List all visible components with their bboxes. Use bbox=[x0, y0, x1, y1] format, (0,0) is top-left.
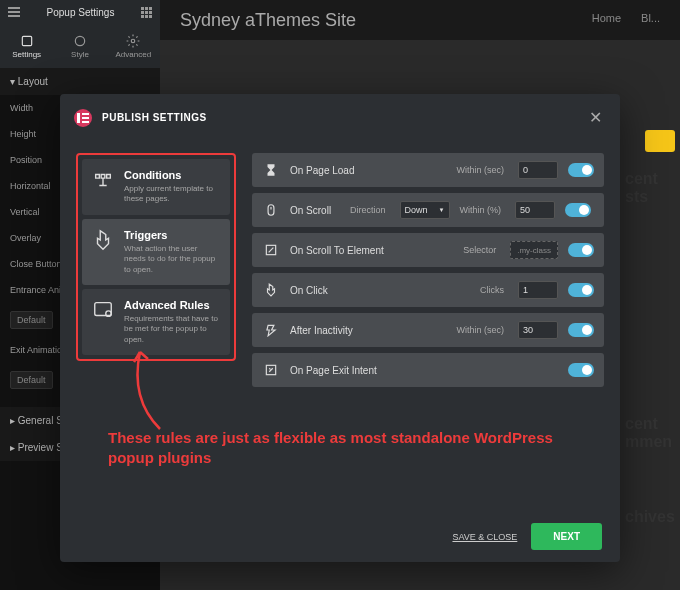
param-label: Within (%) bbox=[460, 205, 502, 215]
svg-point-1 bbox=[75, 36, 84, 45]
annotation-text: These rules are just as flexible as most… bbox=[108, 428, 558, 469]
card-conditions[interactable]: Conditions Apply current template to the… bbox=[82, 159, 230, 215]
page-load-seconds-input[interactable] bbox=[518, 161, 558, 179]
param-label: Clicks bbox=[480, 285, 504, 295]
card-title: Conditions bbox=[124, 169, 220, 181]
param-label: Within (sec) bbox=[456, 165, 504, 175]
tab-style[interactable]: Style bbox=[53, 24, 106, 68]
svg-rect-0 bbox=[22, 36, 31, 45]
triggers-icon bbox=[92, 229, 114, 251]
param-label: Selector bbox=[463, 245, 496, 255]
tab-advanced[interactable]: Advanced bbox=[107, 24, 160, 68]
nav-blog[interactable]: Bl... bbox=[641, 12, 660, 24]
panel-topbar: Popup Settings bbox=[0, 0, 160, 24]
trigger-label: On Click bbox=[290, 285, 470, 296]
widget-recent-posts: cent sts bbox=[625, 170, 675, 212]
svg-rect-3 bbox=[95, 303, 112, 316]
trigger-label: On Page Exit Intent bbox=[290, 365, 558, 376]
svg-point-2 bbox=[132, 39, 136, 43]
trigger-inactivity: After Inactivity Within (sec) bbox=[252, 313, 604, 347]
nav-home[interactable]: Home bbox=[592, 12, 621, 24]
scroll-toggle[interactable] bbox=[565, 203, 591, 217]
card-desc: Requirements that have to be met for the… bbox=[124, 314, 220, 345]
card-triggers[interactable]: Triggers What action the user needs to d… bbox=[82, 219, 230, 285]
hourglass-icon bbox=[262, 161, 280, 179]
trigger-scroll-element: On Scroll To Element Selector .my-class bbox=[252, 233, 604, 267]
inactivity-icon bbox=[262, 321, 280, 339]
background-button bbox=[645, 130, 675, 152]
widget-archives: chives bbox=[625, 508, 675, 532]
trigger-on-click: On Click Clicks bbox=[252, 273, 604, 307]
advanced-rules-icon bbox=[92, 299, 114, 321]
widget-recent-comments: cent mmen bbox=[625, 415, 675, 457]
scroll-icon bbox=[262, 201, 280, 219]
elementor-logo-icon bbox=[74, 109, 92, 127]
trigger-label: After Inactivity bbox=[290, 325, 446, 336]
modal-footer: SAVE & CLOSE NEXT bbox=[60, 511, 620, 562]
settings-icon bbox=[20, 34, 34, 48]
param-label: Within (sec) bbox=[456, 325, 504, 335]
hamburger-icon[interactable] bbox=[8, 7, 20, 17]
card-desc: Apply current template to these pages. bbox=[124, 184, 220, 205]
exit-intent-icon bbox=[262, 361, 280, 379]
site-title: Sydney aThemes Site bbox=[180, 10, 356, 31]
section-layout[interactable]: ▾ Layout bbox=[0, 68, 160, 95]
inactivity-seconds-input[interactable] bbox=[518, 321, 558, 339]
gear-icon bbox=[126, 34, 140, 48]
card-desc: What action the user needs to do for the… bbox=[124, 244, 220, 275]
selector-input[interactable]: .my-class bbox=[510, 241, 558, 259]
trigger-page-load: On Page Load Within (sec) bbox=[252, 153, 604, 187]
svg-rect-5 bbox=[268, 205, 274, 216]
save-close-link[interactable]: SAVE & CLOSE bbox=[452, 532, 517, 542]
exit-intent-toggle[interactable] bbox=[568, 363, 594, 377]
clicks-input[interactable] bbox=[518, 281, 558, 299]
scroll-element-icon bbox=[262, 241, 280, 259]
panel-title: Popup Settings bbox=[47, 7, 115, 18]
close-icon[interactable]: ✕ bbox=[585, 104, 606, 131]
trigger-label: On Scroll bbox=[290, 205, 340, 216]
modal-title: PUBLISH SETTINGS bbox=[102, 112, 585, 123]
trigger-exit-intent: On Page Exit Intent bbox=[252, 353, 604, 387]
grid-icon[interactable] bbox=[141, 7, 152, 18]
click-icon bbox=[262, 281, 280, 299]
dir-label: Direction bbox=[350, 205, 386, 215]
site-nav: Home Bl... bbox=[592, 12, 660, 24]
inactivity-toggle[interactable] bbox=[568, 323, 594, 337]
panel-tabs: Settings Style Advanced bbox=[0, 24, 160, 68]
page-load-toggle[interactable] bbox=[568, 163, 594, 177]
modal-header: PUBLISH SETTINGS ✕ bbox=[60, 94, 620, 141]
scroll-element-toggle[interactable] bbox=[568, 243, 594, 257]
tab-settings[interactable]: Settings bbox=[0, 24, 53, 68]
style-icon bbox=[73, 34, 87, 48]
publish-settings-modal: PUBLISH SETTINGS ✕ Conditions Apply curr… bbox=[60, 94, 620, 562]
scroll-percent-input[interactable] bbox=[515, 201, 555, 219]
annotation-box: Conditions Apply current template to the… bbox=[76, 153, 236, 361]
card-title: Advanced Rules bbox=[124, 299, 220, 311]
trigger-label: On Scroll To Element bbox=[290, 245, 453, 256]
click-toggle[interactable] bbox=[568, 283, 594, 297]
card-title: Triggers bbox=[124, 229, 220, 241]
card-advanced-rules[interactable]: Advanced Rules Requirements that have to… bbox=[82, 289, 230, 355]
trigger-on-scroll: On Scroll Direction Down Within (%) bbox=[252, 193, 604, 227]
next-button[interactable]: NEXT bbox=[531, 523, 602, 550]
scroll-direction-select[interactable]: Down bbox=[400, 201, 450, 219]
conditions-icon bbox=[92, 169, 114, 191]
trigger-label: On Page Load bbox=[290, 165, 446, 176]
